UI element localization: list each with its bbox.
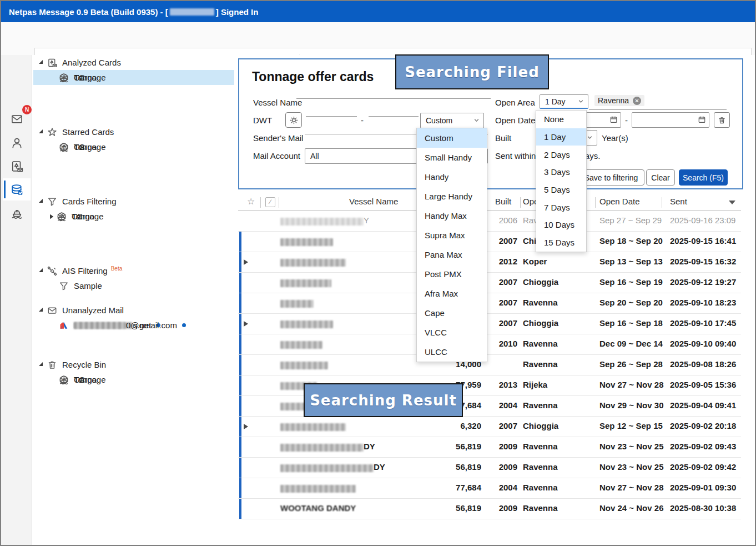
open-date-clear-button[interactable] (714, 112, 730, 128)
sidebar-item-recycle-tc[interactable]: TCTC (33, 372, 256, 387)
tree-collapsed-icon[interactable] (50, 214, 53, 219)
table-row[interactable]: 77,6842004RavennaNov 27 ~ Nov 282025-09-… (238, 478, 741, 499)
rail-item-cards[interactable] (3, 155, 31, 177)
searching-result-callout: Searching Result (304, 383, 463, 417)
open-area-input[interactable] (589, 95, 727, 110)
dwt-size-option-post-pmx[interactable]: Post PMX (417, 264, 487, 284)
tree-expanded-icon[interactable] (39, 60, 43, 64)
section-label: Cards Filtering (62, 197, 117, 206)
open-area-day-option-5-days[interactable]: 5 Days (536, 181, 586, 199)
open-area-day-option-7-days[interactable]: 7 Days (536, 198, 586, 216)
built-cell: 2007 (486, 421, 517, 430)
header-built[interactable]: Built (495, 197, 511, 206)
tree-expanded-icon[interactable] (39, 199, 43, 203)
sent-cell: 2025-09-16 23:09 (670, 216, 735, 225)
dwt-size-option-ulcc[interactable]: ULCC (417, 342, 487, 362)
open-area-day-option-none[interactable]: None (536, 111, 586, 128)
dwt-size-option-handy[interactable]: Handy (417, 167, 487, 187)
sidebar-section-recycle-bin[interactable]: Recycle Bin (33, 357, 231, 372)
sidebar-item-starred-tc[interactable]: TCTC (33, 139, 256, 154)
expand-row-icon[interactable] (244, 259, 248, 265)
redacted-vessel-name (280, 259, 346, 267)
open-area-day-option-15-days[interactable]: 15 Days (536, 234, 586, 252)
sidebar-item-analyzed-tc[interactable]: TCTC (33, 70, 256, 85)
sidebar-item-ais-sample[interactable]: Sample (33, 278, 256, 293)
built-unit-label: Year(s) (602, 133, 628, 143)
clear-button[interactable]: Clear (646, 169, 675, 186)
redacted-vessel-name (280, 485, 356, 493)
table-row[interactable]: 2012KoperSep 13 ~ Sep 132025-09-15 16:32 (238, 252, 741, 273)
ship-icon (11, 207, 23, 219)
open-area-cell: Ravenna (523, 503, 558, 513)
open-date-to-input[interactable] (632, 112, 709, 128)
dwt-size-option-large-handy[interactable]: Large Handy (417, 187, 487, 206)
redacted-vessel-name (280, 464, 374, 472)
rail-item-person[interactable] (3, 132, 31, 154)
table-row[interactable]: 2007ChioggiaSep 16 ~ Sep 182025-09-10 17… (238, 313, 741, 334)
table-row[interactable]: 2007RavennaSep 20 ~ Sep 202025-09-10 18:… (238, 293, 741, 314)
title-bar: Netpas Message 0.9 Beta (Build 0935) - [… (1, 1, 755, 22)
dwt-settings-button[interactable] (285, 112, 302, 128)
dwt-size-option-supra-max[interactable]: Supra Max (417, 226, 487, 245)
rail-item-ship[interactable] (3, 202, 31, 224)
dwt-max-input[interactable] (369, 103, 419, 117)
expand-row-icon[interactable] (244, 424, 248, 429)
tree-expanded-icon[interactable] (39, 362, 43, 366)
rail-item-mail[interactable]: N (3, 108, 31, 130)
section-label: Recycle Bin (62, 360, 106, 369)
table-row[interactable]: Y2006RavennaSep 27 ~ Sep 292025-09-16 23… (238, 211, 741, 232)
header-open-date[interactable]: Open Date (599, 197, 640, 206)
open-area-day-option-1-day[interactable]: 1 Day (536, 128, 586, 146)
table-row[interactable]: WOOTANG DANDY56,8192009RavennaNov 24 ~ N… (238, 498, 741, 519)
expand-row-icon[interactable] (244, 321, 248, 327)
searching-field-callout: Searching Filed (395, 54, 549, 89)
star-column-icon[interactable]: ☆ (247, 196, 255, 207)
open-area-cell: Ravenna (523, 462, 558, 472)
select-column-icon[interactable]: ∕ (265, 197, 275, 207)
sidebar-section-analyzed-cards[interactable]: Analyzed Cards (33, 55, 231, 70)
dwt-size-option-handy-max[interactable]: Handy Max (417, 206, 487, 226)
tree-expanded-icon[interactable] (39, 129, 43, 133)
table-row[interactable]: DY56,8192009RavennaNov 23 ~ Nov 252025-0… (238, 457, 741, 478)
open-area-day-option-10-days[interactable]: 10 Days (536, 216, 586, 234)
rail-item-database[interactable] (3, 178, 31, 201)
tree-expanded-icon[interactable] (39, 308, 43, 312)
table-row[interactable]: 2007ChioggiaSep 16 ~ Sep 192025-09-12 19… (238, 272, 741, 293)
tc-icon: TC (59, 73, 69, 83)
sidebar-section-ais-filtering[interactable]: AIS FilteringBeta (33, 263, 231, 278)
tc-icon: TC (59, 142, 69, 152)
redacted-email (74, 322, 125, 329)
table-row[interactable]: DY56,8192009RavennaNov 23 ~ Nov 252025-0… (238, 437, 741, 458)
header-sent[interactable]: Sent (670, 197, 687, 206)
dwt-size-option-afra-max[interactable]: Afra Max (417, 284, 487, 303)
save-to-filtering-button[interactable]: Save to filtering (578, 169, 644, 186)
search-button[interactable]: Search (F5) (679, 169, 728, 186)
table-row[interactable]: 2007ChioggiaSep 18 ~ Sep 202025-09-15 16… (238, 231, 741, 252)
dwt-size-option-custom[interactable]: Custom (417, 128, 487, 148)
sidebar-section-unanalyzed-mail[interactable]: Unanalyzed Mail (33, 303, 231, 318)
open-date-cell: Nov 24 ~ Nov 26 (599, 503, 663, 513)
dwt-size-option-vlcc[interactable]: VLCC (417, 323, 487, 342)
header-vessel-name[interactable]: Vessel Name (349, 197, 398, 206)
sent-cell: 2025-09-10 09:40 (670, 339, 736, 348)
dwt-cell: 77,684 (416, 483, 481, 492)
open-area-day-select[interactable]: 1 Day (540, 94, 588, 109)
sidebar-section-cards-filtering[interactable]: Cards Filtering (33, 194, 231, 209)
table-row[interactable]: 6,3202007ChioggiaSep 12 ~ Sep 152025-09-… (238, 416, 741, 437)
dwt-size-option-small-handy[interactable]: Small Handy (417, 148, 487, 167)
open-area-day-option-2-days[interactable]: 2 Days (536, 146, 586, 163)
dwt-size-option-pana-max[interactable]: Pana Max (417, 245, 487, 264)
tree-expanded-icon[interactable] (39, 268, 43, 272)
sidebar-section-starred-cards[interactable]: Starred Cards (33, 124, 231, 139)
dwt-min-input[interactable] (306, 103, 357, 117)
section-label: Unanalyzed Mail (62, 305, 124, 315)
mail-account-label: Mail Account (253, 151, 300, 161)
sidebar-item-unanalyzed-0@gmail.com[interactable]: 0@gmail.com (33, 318, 256, 333)
sidebar-item-cards-tc[interactable]: TCTC (33, 209, 248, 224)
sort-descending-icon[interactable] (729, 201, 735, 204)
table-row[interactable]: 2010RavennaDec 09 ~ Dec 142025-09-10 09:… (238, 334, 741, 355)
table-row[interactable]: 14,000RavennaSep 26 ~ Sep 282025-09-08 1… (238, 354, 741, 375)
sent-cell: 2025-08-30 10:38 (670, 503, 736, 513)
dwt-size-option-cape[interactable]: Cape (417, 303, 487, 323)
open-area-day-option-3-days[interactable]: 3 Days (536, 163, 586, 181)
